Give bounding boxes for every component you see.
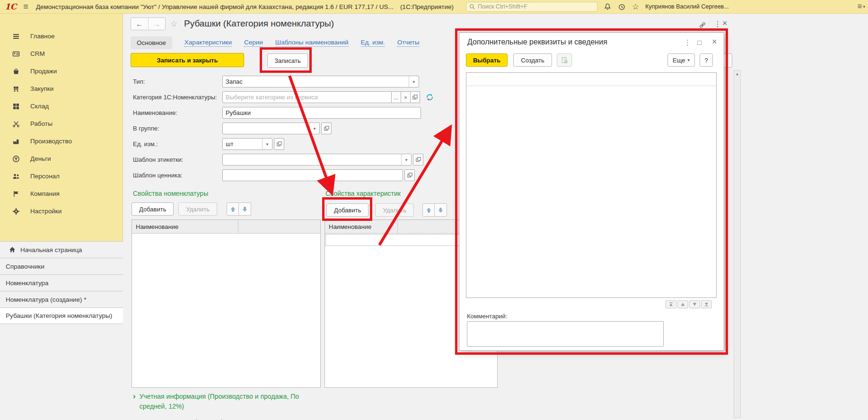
save-and-close-button[interactable]: Записать и закрыть (131, 53, 244, 67)
nomenclature-move-down-button[interactable] (239, 202, 251, 216)
sidebar-item-prodazhi[interactable]: Продажи (0, 62, 123, 80)
tab-osnovnoe[interactable]: Основное (131, 36, 172, 49)
comment-label: Комментарий: (467, 313, 508, 320)
dialog-more-dots-icon[interactable]: ⋮ (684, 38, 691, 47)
accounting-info-group-link[interactable]: › Учетная информация (Производство и про… (133, 392, 317, 411)
sidebar-tab-nomenklatura-sozdanie[interactable]: Номенклатура (создание) * (0, 291, 123, 307)
service-menu-icon[interactable]: ≡ ▾ (858, 2, 865, 11)
history-icon[interactable] (618, 3, 626, 11)
characteristics-add-button[interactable]: Добавить (326, 203, 368, 217)
dialog-close-icon[interactable]: × (712, 37, 717, 47)
sidebar-item-glavnoe[interactable]: Главное (0, 27, 123, 45)
characteristics-move-up-button[interactable] (422, 203, 435, 217)
sidebar-sections: Главное CRM Продажи Закупки Склад Работы… (0, 13, 123, 241)
category-open-button[interactable] (411, 91, 420, 103)
tab-harakteristiki[interactable]: Характеристики (184, 39, 232, 47)
sidebar-tab-rubashki-active[interactable]: Рубашки (Категория номенклатуры) (0, 307, 123, 324)
back-button[interactable]: ← (131, 18, 149, 30)
form-more-dots-icon[interactable]: ⋮ (714, 19, 721, 28)
notifications-bell-icon[interactable] (604, 3, 612, 11)
sidebar-item-zakupki[interactable]: Закупки (0, 80, 123, 97)
list-header-row (466, 73, 716, 86)
sidebar-item-home[interactable]: Начальная страница (0, 241, 123, 258)
caret-down-icon[interactable]: ▾ (401, 154, 411, 165)
sidebar-item-kompaniya[interactable]: Компания (0, 185, 123, 202)
comment-textarea[interactable] (467, 321, 664, 347)
sidebar-item-proizvodstvo[interactable]: Производство (0, 132, 123, 150)
caret-down-icon[interactable]: ▾ (409, 76, 419, 87)
main-menu-icon[interactable]: ≡ (23, 2, 28, 12)
second-group-link-partial[interactable]: › Запасы и закупки (Закупка) (133, 418, 317, 420)
column-name[interactable]: Наименование (325, 220, 398, 233)
category-input[interactable] (222, 91, 392, 103)
column-name[interactable]: Наименование (132, 220, 238, 233)
unit-dropdown[interactable]: шт ▾ (222, 138, 272, 150)
home-icon (9, 246, 16, 254)
works-scissors-icon (12, 120, 20, 128)
menu-icon (12, 33, 20, 40)
form-close-icon[interactable]: × (722, 18, 728, 28)
unit-label: Ед. изм.: (133, 140, 222, 148)
tab-ed-izm[interactable]: Ед. изм. (361, 39, 385, 47)
dialog-help-button[interactable]: ? (700, 53, 713, 67)
save-button[interactable]: Записать (267, 53, 308, 68)
dialog-copy-button[interactable] (557, 53, 572, 67)
price-tag-template-open-button[interactable] (404, 169, 415, 181)
favorites-star-icon[interactable]: ☆ (632, 2, 639, 12)
field-row-name: Наименование: (133, 107, 421, 119)
global-search-input[interactable]: Поиск Ctrl+Shift+F (466, 2, 597, 12)
dialog-more-button[interactable]: Еще ▾ (667, 53, 695, 67)
dialog-attributes-list[interactable] (466, 72, 717, 298)
get-link-icon[interactable] (699, 21, 706, 29)
app-window: 1С ≡ Демонстрационная база компании "Уют… (0, 0, 868, 420)
sidebar-tab-nomenklatura[interactable]: Номенклатура (0, 274, 123, 291)
tab-serii[interactable]: Серии (244, 39, 263, 47)
dialog-select-button[interactable]: Выбрать (466, 53, 508, 67)
characteristics-move-down-button[interactable] (435, 203, 447, 217)
sidebar-item-raboty[interactable]: Работы (0, 115, 123, 132)
type-dropdown[interactable]: Запас ▾ (222, 76, 419, 88)
sidebar-item-crm[interactable]: CRM (0, 45, 123, 62)
nomenclature-properties-table[interactable]: Наименование (132, 219, 321, 388)
nomenclature-remove-button[interactable]: Удалить (178, 202, 217, 216)
document-plus-icon (561, 57, 568, 64)
column-empty[interactable] (238, 220, 320, 233)
move-down-button[interactable] (689, 300, 700, 308)
characteristics-remove-button[interactable]: Удалить (375, 203, 414, 217)
sidebar-tab-spravochniki[interactable]: Справочники (0, 258, 123, 274)
category-clear-button[interactable]: × (401, 91, 411, 103)
dialog-maximize-icon[interactable]: □ (697, 38, 701, 46)
tab-shablony-naimenovaniy[interactable]: Шаблоны наименований (275, 39, 349, 47)
group-dropdown[interactable]: ▾ (222, 122, 320, 134)
name-input[interactable] (222, 107, 421, 119)
forward-button[interactable]: → (149, 18, 166, 30)
nomenclature-props-toolbar: Добавить Удалить (132, 202, 251, 216)
sidebar-item-dengi[interactable]: Деньги (0, 150, 123, 167)
sidebar-item-sklad[interactable]: Склад (0, 97, 123, 115)
current-user[interactable]: Куприянов Василий Сергеев... (645, 3, 728, 10)
category-label: Категория 1С:Номенклатуры: (133, 94, 222, 101)
tab-otchety[interactable]: Отчеты (397, 39, 420, 47)
caret-down-icon[interactable]: ▾ (309, 123, 319, 134)
move-to-top-button[interactable] (666, 300, 676, 308)
nomenclature-move-up-button[interactable] (227, 202, 239, 216)
form-vertical-scrollbar[interactable]: ▲ (734, 70, 741, 418)
nomenclature-add-button[interactable]: Добавить (132, 202, 174, 216)
label-template-dropdown[interactable]: ▾ (222, 154, 412, 166)
move-to-bottom-button[interactable] (701, 300, 712, 308)
price-tag-template-input[interactable] (222, 169, 403, 181)
unit-open-button[interactable] (274, 138, 284, 150)
favorite-star-icon[interactable]: ☆ (170, 19, 177, 29)
category-sync-icon[interactable] (426, 93, 434, 101)
chevron-right-icon: › (133, 392, 136, 411)
category-ellipsis-button[interactable]: ... (392, 91, 401, 103)
dialog-create-button[interactable]: Создать (513, 53, 552, 67)
scroll-up-arrow-icon[interactable]: ▲ (734, 70, 740, 76)
sidebar-item-nastroyki[interactable]: Настройки (0, 202, 123, 220)
app-label: (1С:Предприятие) (400, 3, 454, 10)
move-up-button[interactable] (677, 300, 688, 308)
caret-down-icon[interactable]: ▾ (262, 139, 272, 149)
group-open-button[interactable] (321, 122, 332, 134)
label-template-open-button[interactable] (413, 154, 423, 166)
sidebar-item-personal[interactable]: Персонал (0, 167, 123, 185)
